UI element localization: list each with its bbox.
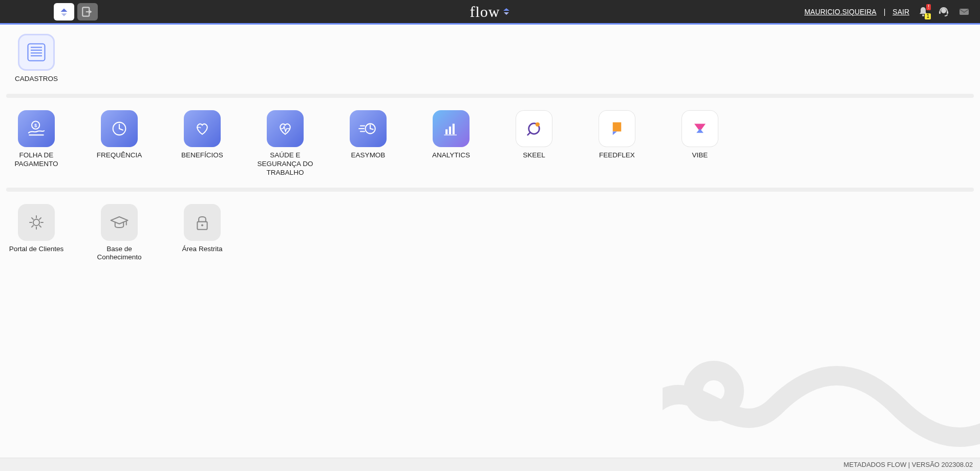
app-tile-beneficios[interactable]: BENEFÍCIOS	[174, 110, 230, 177]
home-logo-button[interactable]	[54, 3, 74, 21]
section-links: Portal de ClientesBase de ConhecimentoÁr…	[6, 204, 974, 262]
list-lines-icon	[18, 34, 55, 71]
envelope-icon	[958, 6, 970, 18]
svg-rect-6	[947, 11, 948, 14]
app-tile-label: Base de Conhecimento	[91, 245, 147, 262]
app-tile-folha[interactable]: FOLHA DE PAGAMENTO	[8, 110, 65, 177]
exit-icon	[81, 5, 94, 18]
grad-cap-icon	[101, 204, 138, 241]
app-tile-label: BENEFÍCIOS	[181, 151, 223, 160]
app-tile-analytics[interactable]: ANALYTICS	[423, 110, 479, 177]
content-area: CADASTROS FOLHA DE PAGAMENTOFREQUÊNCIABE…	[0, 25, 980, 458]
section-cadastros: CADASTROS	[6, 34, 974, 84]
heart-care-icon	[184, 110, 221, 147]
app-tile-label: SAÚDE E SEGURANÇA DO TRABALHO	[257, 151, 313, 177]
app-tile-label: Portal de Clientes	[9, 245, 64, 254]
app-tile-label: FEEDFLEX	[599, 151, 635, 160]
app-tile-base-conhecimento[interactable]: Base de Conhecimento	[91, 204, 147, 262]
app-tile-feedflex[interactable]: FEEDFLEX	[589, 110, 645, 177]
app-root: flow MAURICIO.SIQUEIRA | SAIR ! 1	[0, 0, 980, 471]
user-separator: |	[884, 8, 886, 16]
support-button[interactable]	[937, 5, 950, 18]
app-tile-label: FOLHA DE PAGAMENTO	[8, 151, 65, 169]
vibe-icon	[681, 110, 718, 147]
section-divider	[6, 94, 974, 98]
logout-link[interactable]: SAIR	[892, 8, 909, 16]
notif-count-badge: 1	[925, 13, 931, 19]
money-hand-icon	[18, 110, 55, 147]
app-tile-cadastros[interactable]: CADASTROS	[8, 34, 65, 84]
svg-point-3	[922, 14, 924, 16]
heart-pulse-icon	[267, 110, 304, 147]
section-divider	[6, 188, 974, 192]
app-tile-easymob[interactable]: EASYMOB	[340, 110, 396, 177]
app-tile-vibe[interactable]: VIBE	[672, 110, 728, 177]
topbar: flow MAURICIO.SIQUEIRA | SAIR ! 1	[0, 0, 980, 25]
user-link[interactable]: MAURICIO.SIQUEIRA	[804, 8, 877, 16]
exit-button[interactable]	[77, 3, 98, 21]
app-tile-label: FREQUÊNCIA	[97, 151, 142, 160]
brand-logo: flow	[470, 3, 510, 21]
app-tile-label: EASYMOB	[351, 151, 386, 160]
lock-icon	[184, 204, 221, 241]
svg-rect-7	[960, 9, 969, 15]
app-tile-portal-clientes[interactable]: Portal de Clientes	[8, 204, 65, 262]
topbar-right: MAURICIO.SIQUEIRA | SAIR ! 1	[804, 5, 980, 18]
svg-rect-5	[939, 11, 941, 14]
app-tile-area-restrita[interactable]: Área Restrita	[174, 204, 230, 262]
app-tile-label: VIBE	[692, 151, 708, 160]
app-tile-label: ANALYTICS	[432, 151, 470, 160]
headset-icon	[938, 6, 950, 18]
app-tile-skeel[interactable]: SKEEL	[506, 110, 562, 177]
skeel-icon	[516, 110, 552, 147]
app-tile-label: CADASTROS	[15, 75, 58, 84]
clock-icon	[101, 110, 138, 147]
app-tile-label: SKEEL	[523, 151, 545, 160]
app-tile-label: Área Restrita	[182, 245, 223, 254]
notifications-button[interactable]: ! 1	[917, 5, 930, 18]
footer: METADADOS FLOW | VERSÃO 202308.02	[0, 458, 980, 471]
topbar-left	[0, 3, 98, 21]
app-tile-frequencia[interactable]: FREQUÊNCIA	[91, 110, 147, 177]
notif-alert-badge: !	[926, 4, 931, 10]
feedflex-icon	[599, 110, 635, 147]
gear-icon	[18, 204, 55, 241]
messages-button[interactable]	[957, 5, 971, 18]
brand-text: flow	[470, 3, 500, 21]
bar-chart-icon	[433, 110, 470, 147]
home-triangle-icon	[57, 5, 71, 18]
brand-mark-icon	[502, 8, 510, 16]
app-tile-saude[interactable]: SAÚDE E SEGURANÇA DO TRABALHO	[257, 110, 313, 177]
footer-version-text: METADADOS FLOW | VERSÃO 202308.02	[844, 461, 973, 468]
svg-point-4	[941, 8, 946, 13]
clock-motion-icon	[350, 110, 387, 147]
section-apps: FOLHA DE PAGAMENTOFREQUÊNCIABENEFÍCIOSSA…	[6, 110, 974, 177]
